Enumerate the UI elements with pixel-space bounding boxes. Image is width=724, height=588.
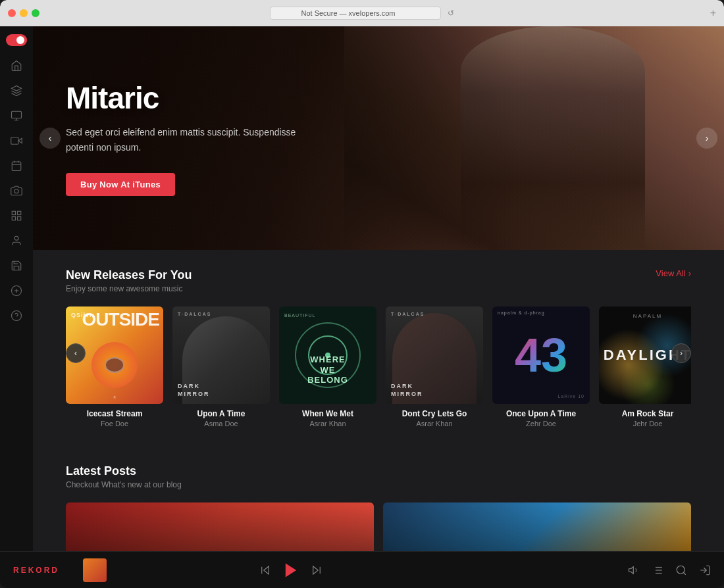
album-artist-6: Jehr Doe bbox=[599, 420, 691, 428]
player-bar: REKORD bbox=[0, 551, 724, 588]
svg-rect-11 bbox=[12, 211, 15, 214]
hero-content: Mitaric Sed eget orci eleifend enim matt… bbox=[33, 54, 349, 222]
app-wrapper: ‹ Mitaric Sed eget orci eleifend enim ma… bbox=[0, 26, 724, 588]
sidebar-item-user[interactable] bbox=[3, 229, 30, 253]
hero-cta-button[interactable]: Buy Now At iTunes bbox=[66, 173, 175, 196]
playlist-icon[interactable] bbox=[652, 564, 663, 576]
album-grid: QSilvr OUTSIDE ★ Icecast Stream bbox=[66, 304, 691, 435]
svg-marker-24 bbox=[313, 566, 319, 574]
sidebar-item-video[interactable] bbox=[3, 129, 30, 153]
address-bar[interactable]: Not Secure — xvelopers.com bbox=[270, 7, 441, 20]
post-card-1[interactable] bbox=[66, 502, 374, 551]
album-card-3[interactable]: BEAUTIFUL WHEREWEBELONG When We Met Asra… bbox=[279, 306, 376, 428]
hero-prev-button[interactable]: ‹ bbox=[39, 128, 61, 149]
svg-rect-13 bbox=[18, 217, 21, 220]
player-brand-label: REKORD bbox=[13, 566, 72, 575]
album-cover-3: BEAUTIFUL WHEREWEBELONG bbox=[279, 306, 376, 404]
posts-grid bbox=[66, 500, 691, 551]
login-icon[interactable] bbox=[699, 564, 711, 576]
sidebar-item-monitor[interactable] bbox=[3, 104, 30, 128]
new-releases-title: New Releases For You bbox=[66, 268, 192, 282]
main-layout: ‹ Mitaric Sed eget orci eleifend enim ma… bbox=[0, 26, 724, 551]
album-cover-2: T·DALCAS DARK MIRROR bbox=[172, 306, 270, 404]
new-releases-header: New Releases For You Enjoy some new awes… bbox=[66, 268, 691, 293]
reload-button[interactable]: ↺ bbox=[448, 9, 454, 18]
album-artist-5: Zehr Doe bbox=[492, 420, 590, 428]
post-card-2[interactable] bbox=[383, 502, 691, 551]
svg-line-34 bbox=[683, 572, 685, 574]
sidebar-item-add[interactable] bbox=[3, 279, 30, 303]
maximize-button[interactable] bbox=[32, 9, 39, 17]
address-bar-wrapper: Not Secure — xvelopers.com ↺ bbox=[270, 7, 454, 20]
minimize-button[interactable] bbox=[20, 9, 28, 17]
sidebar-item-save[interactable] bbox=[3, 254, 30, 278]
sidebar-item-help[interactable] bbox=[3, 304, 30, 328]
album-artist-1: Foe Doe bbox=[66, 420, 163, 428]
album-name-5: Once Upon A Time bbox=[492, 409, 590, 418]
album-name-1: Icecast Stream bbox=[66, 409, 163, 418]
album-card-4[interactable]: T·DALCAS DARK MIRROR Dont Cry Lets Go As… bbox=[386, 306, 483, 428]
new-releases-header-left: New Releases For You Enjoy some new awes… bbox=[66, 268, 192, 293]
new-releases-section: New Releases For You Enjoy some new awes… bbox=[33, 250, 724, 446]
svg-point-10 bbox=[14, 189, 18, 193]
svg-marker-4 bbox=[18, 138, 22, 143]
album-name-6: Am Rock Star bbox=[599, 409, 691, 418]
sidebar-item-camera[interactable] bbox=[3, 179, 30, 203]
album-name-4: Dont Cry Lets Go bbox=[386, 409, 483, 418]
window-controls bbox=[8, 9, 39, 17]
album-grid-prev-button[interactable]: ‹ bbox=[66, 343, 86, 363]
content-area: ‹ Mitaric Sed eget orci eleifend enim ma… bbox=[33, 26, 724, 551]
sidebar-item-home[interactable] bbox=[3, 54, 30, 78]
latest-posts-section: Latest Posts Checkout What's new at our … bbox=[33, 446, 724, 551]
hero-title: Mitaric bbox=[66, 80, 316, 116]
sidebar-item-calendar[interactable] bbox=[3, 154, 30, 178]
album-name-2: Upon A Time bbox=[172, 409, 270, 418]
album-name-3: When We Met bbox=[279, 409, 376, 418]
svg-point-19 bbox=[12, 311, 22, 321]
volume-icon[interactable] bbox=[628, 564, 640, 576]
search-icon[interactable] bbox=[675, 564, 687, 576]
latest-posts-header: Latest Posts Checkout What's new at our … bbox=[66, 464, 691, 489]
player-thumb-art bbox=[83, 558, 107, 582]
latest-posts-header-left: Latest Posts Checkout What's new at our … bbox=[66, 464, 182, 489]
svg-rect-14 bbox=[12, 217, 15, 220]
album-artist-3: Asrar Khan bbox=[279, 420, 376, 428]
sidebar-logo[interactable] bbox=[6, 34, 27, 46]
player-next-button[interactable] bbox=[311, 564, 323, 576]
album-card-6[interactable]: NAPALM DAYLIGHT Am Rock Star Jehr Doe bbox=[599, 306, 691, 428]
svg-marker-21 bbox=[264, 566, 269, 574]
close-button[interactable] bbox=[8, 9, 16, 17]
album-card-1[interactable]: QSilvr OUTSIDE ★ Icecast Stream bbox=[66, 306, 163, 428]
hero-section: ‹ Mitaric Sed eget orci eleifend enim ma… bbox=[33, 26, 724, 250]
latest-posts-subtitle: Checkout What's new at our blog bbox=[66, 480, 182, 489]
album-card-5[interactable]: napalm & d-phrag 43 LaRive 10 Once Upon … bbox=[492, 306, 590, 428]
sidebar-item-grid[interactable] bbox=[3, 204, 30, 228]
sidebar-item-layers[interactable] bbox=[3, 79, 30, 103]
album-card-2[interactable]: T·DALCAS DARK MIRROR Upon A Time Asma Do… bbox=[172, 306, 270, 428]
album-cover-4: T·DALCAS DARK MIRROR bbox=[386, 306, 483, 404]
svg-rect-12 bbox=[18, 211, 21, 214]
hero-subtitle: Sed eget orci eleifend enim mattis susci… bbox=[66, 125, 316, 155]
player-right-controls bbox=[628, 564, 711, 576]
view-all-button[interactable]: View All › bbox=[656, 268, 691, 278]
album-grid-next-button[interactable]: › bbox=[671, 343, 691, 363]
svg-marker-23 bbox=[286, 563, 296, 577]
player-thumbnail bbox=[83, 558, 107, 582]
new-releases-subtitle: Enjoy some new awesome music bbox=[66, 284, 192, 293]
browser-chrome: Not Secure — xvelopers.com ↺ + bbox=[0, 0, 724, 26]
player-prev-button[interactable] bbox=[259, 564, 271, 576]
view-all-label: View All bbox=[656, 268, 685, 278]
sidebar bbox=[0, 26, 33, 551]
svg-rect-6 bbox=[12, 162, 21, 171]
hero-next-button[interactable]: › bbox=[696, 128, 717, 149]
view-all-chevron-icon: › bbox=[688, 268, 691, 278]
svg-rect-1 bbox=[12, 111, 22, 118]
svg-rect-5 bbox=[11, 137, 18, 145]
player-controls bbox=[259, 561, 323, 579]
svg-marker-0 bbox=[12, 86, 22, 91]
album-artist-4: Asrar Khan bbox=[386, 420, 483, 428]
svg-marker-26 bbox=[629, 566, 634, 574]
new-tab-button[interactable]: + bbox=[710, 7, 716, 19]
player-play-button[interactable] bbox=[282, 561, 300, 579]
svg-point-33 bbox=[677, 566, 685, 574]
